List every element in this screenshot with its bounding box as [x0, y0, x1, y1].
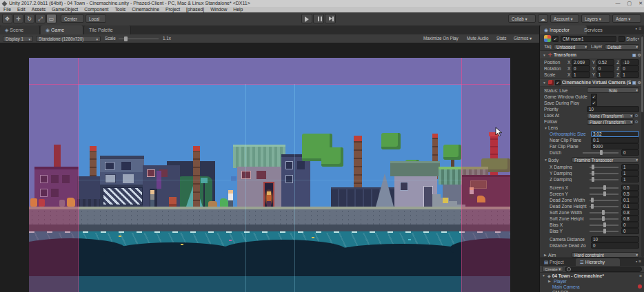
priority-field[interactable]: 10	[587, 106, 639, 112]
rotation-toggle-button[interactable]: Local	[85, 14, 106, 23]
menu-project[interactable]: Project	[165, 7, 180, 12]
foldout-icon[interactable]: ▼	[543, 53, 547, 57]
tag-dropdown[interactable]: Untagged	[554, 44, 588, 50]
hierarchy-item-cm-poi[interactable]: CM POI	[540, 289, 644, 292]
panel-splitter[interactable]	[539, 25, 540, 292]
game-viewport[interactable]	[0, 43, 539, 292]
bias-x-slider[interactable]	[590, 225, 618, 226]
game-window-guide-checkbox[interactable]: ✓	[591, 94, 597, 100]
dutch-slider[interactable]	[583, 152, 618, 154]
gameobject-name-field[interactable]: CM vcam1	[561, 36, 616, 42]
menu-edit[interactable]: Edit	[17, 7, 26, 12]
menu-tools[interactable]: Tools	[114, 7, 125, 12]
hierarchy-search-input[interactable]	[565, 267, 642, 272]
account-dropdown[interactable]: Account ▾	[550, 14, 579, 23]
scrollbar-thumb[interactable]	[641, 36, 643, 112]
menu-gameobject[interactable]: GameObject	[52, 7, 78, 12]
aim-mode-dropdown[interactable]: Hard constraint	[572, 252, 639, 258]
z-damping-slider[interactable]	[590, 179, 618, 180]
look-at-object-field[interactable]: None (Transform)	[587, 113, 634, 118]
rect-tool-icon[interactable]: ▭	[46, 14, 57, 23]
soft-zone-width-slider[interactable]	[590, 212, 618, 213]
tab-tile-palette[interactable]: Tile Palette	[84, 25, 131, 34]
distance-dead-zone-field[interactable]: 0	[591, 242, 639, 249]
stats-toggle[interactable]: Stats	[496, 34, 506, 43]
position-z-field[interactable]: -10	[621, 59, 639, 65]
dutch-field[interactable]: 0	[621, 149, 639, 156]
menu-component[interactable]: Component	[84, 7, 108, 12]
near-clip-field[interactable]: 0.1	[591, 137, 639, 143]
layers-dropdown[interactable]: Layers ▾	[581, 14, 610, 23]
menu-phased[interactable]: [phased]	[186, 7, 204, 12]
rotation-x-field[interactable]: 0	[572, 65, 590, 72]
step-button[interactable]	[325, 14, 336, 23]
layer-dropdown[interactable]: Default	[605, 44, 639, 50]
active-checkbox[interactable]: ✓	[552, 36, 559, 42]
display-dropdown[interactable]: Display 1 ▾	[3, 36, 33, 42]
hierarchy-item-player[interactable]: ▶ Player	[540, 278, 644, 284]
cloud-icon[interactable]: ☁	[538, 14, 548, 23]
component-enabled-checkbox[interactable]: ✓	[555, 80, 561, 85]
mute-audio-toggle[interactable]: Mute Audio	[467, 34, 489, 43]
orthographic-size-field[interactable]: 3.02	[591, 131, 639, 137]
help-icon[interactable]: ▣	[632, 80, 636, 85]
layout-dropdown[interactable]: Adam ▾	[612, 14, 641, 23]
x-damping-slider[interactable]	[590, 167, 618, 168]
dead-zone-width-slider[interactable]	[590, 200, 618, 201]
pivot-toggle-button[interactable]: Center	[61, 14, 84, 23]
menu-assets[interactable]: Assets	[32, 7, 46, 12]
lens-foldout[interactable]: ▼Lens	[540, 125, 644, 131]
transform-header[interactable]: ▼ ✛ Transform ▣ ⚙	[540, 50, 644, 59]
scale-slider-thumb[interactable]	[124, 36, 128, 41]
far-clip-field[interactable]: 5000	[591, 143, 639, 149]
foldout-icon[interactable]: ▼	[543, 81, 547, 85]
scene-header-row[interactable]: ▼ ◆ 04 Town - Cinemachine* ≡	[540, 273, 644, 278]
soft-zone-height-slider[interactable]	[590, 218, 618, 220]
collab-dropdown[interactable]: Collab ▾	[508, 14, 536, 23]
pan-tool-icon[interactable]: ✥	[2, 14, 12, 23]
y-damping-slider[interactable]	[590, 173, 618, 174]
close-button[interactable]: ✕	[638, 0, 643, 7]
scale-slider[interactable]	[119, 39, 159, 40]
scale-y-field[interactable]: 1	[596, 72, 615, 78]
resolution-dropdown[interactable]: Standalone (1280x720) ▾	[36, 36, 101, 42]
screen-x-slider[interactable]	[590, 187, 618, 189]
body-mode-dropdown[interactable]: Framing Transposer	[572, 157, 639, 163]
create-button[interactable]: Create ▾	[542, 266, 563, 272]
object-picker-icon[interactable]: ⊙	[634, 113, 639, 118]
panel-menu-icon[interactable]: ▪ ≡	[635, 26, 641, 31]
bias-y-slider[interactable]	[590, 231, 618, 232]
maximize-on-play-toggle[interactable]: Maximize On Play	[423, 34, 459, 43]
rotation-y-field[interactable]: 0	[596, 65, 615, 72]
screen-y-slider[interactable]	[590, 194, 618, 195]
scale-tool-icon[interactable]: ⤢	[35, 14, 46, 23]
tab-game[interactable]: ◉ Game	[41, 25, 83, 34]
hierarchy-item-main-camera[interactable]: Main Camera	[540, 284, 644, 289]
menu-cinemachine[interactable]: Cinemachine	[132, 7, 159, 12]
menu-window[interactable]: Window	[210, 7, 227, 12]
maximize-button[interactable]: ▢	[627, 0, 632, 7]
tab-project[interactable]: ▤ Project	[540, 258, 578, 266]
pause-button[interactable]	[313, 14, 324, 23]
camera-distance-field[interactable]: 10	[591, 236, 639, 242]
menu-file[interactable]: File	[3, 7, 11, 12]
help-icon[interactable]: ▣	[632, 52, 636, 57]
static-checkbox[interactable]	[618, 36, 625, 42]
scene-menu-icon[interactable]: ≡	[639, 273, 642, 278]
vcam-component-header[interactable]: ▼ ✓ Cinemachine Virtual Camera (S ▣ ⚙	[540, 78, 644, 87]
save-during-play-checkbox[interactable]: ✓	[591, 100, 597, 106]
scale-x-field[interactable]: 1	[572, 72, 590, 78]
follow-object-field[interactable]: Player (Transform)	[587, 119, 634, 125]
position-x-field[interactable]: 2.069	[572, 59, 590, 65]
tab-services[interactable]: Services	[580, 25, 620, 34]
dead-zone-height-slider[interactable]	[590, 206, 618, 207]
inspector-scrollbar[interactable]	[641, 35, 644, 257]
expand-icon[interactable]: ▶	[548, 279, 552, 283]
rotation-z-field[interactable]: 0	[621, 65, 639, 72]
move-tool-icon[interactable]: ✛	[13, 14, 23, 23]
object-picker-icon[interactable]: ⊙	[634, 119, 639, 124]
play-button[interactable]	[301, 14, 312, 23]
gizmos-dropdown[interactable]: Gizmos ▾	[514, 34, 532, 43]
scale-z-field[interactable]: 1	[621, 72, 639, 78]
tab-scene[interactable]: ◈ Scene	[0, 25, 40, 34]
